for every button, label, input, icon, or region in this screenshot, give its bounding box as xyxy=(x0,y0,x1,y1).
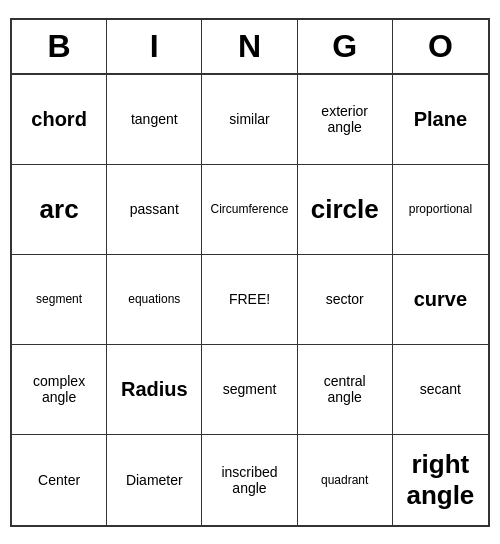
bingo-cell: exterior angle xyxy=(298,75,393,165)
bingo-cell: passant xyxy=(107,165,202,255)
bingo-cell: Center xyxy=(12,435,107,525)
header-letter: B xyxy=(12,20,107,73)
bingo-cell: sector xyxy=(298,255,393,345)
header-letter: G xyxy=(298,20,393,73)
bingo-cell: arc xyxy=(12,165,107,255)
bingo-cell: Plane xyxy=(393,75,488,165)
bingo-cell: circle xyxy=(298,165,393,255)
bingo-cell: complex angle xyxy=(12,345,107,435)
bingo-cell: tangent xyxy=(107,75,202,165)
bingo-grid: chordtangentsimilarexterior anglePlanear… xyxy=(12,75,488,525)
bingo-header: BINGO xyxy=(12,20,488,75)
bingo-cell: inscribed angle xyxy=(202,435,297,525)
bingo-cell: similar xyxy=(202,75,297,165)
bingo-cell: segment xyxy=(202,345,297,435)
bingo-cell: right angle xyxy=(393,435,488,525)
header-letter: O xyxy=(393,20,488,73)
header-letter: I xyxy=(107,20,202,73)
bingo-cell: central angle xyxy=(298,345,393,435)
bingo-cell: Circumference xyxy=(202,165,297,255)
bingo-card: BINGO chordtangentsimilarexterior angleP… xyxy=(10,18,490,527)
bingo-cell: chord xyxy=(12,75,107,165)
bingo-cell: curve xyxy=(393,255,488,345)
bingo-cell: Diameter xyxy=(107,435,202,525)
bingo-cell: proportional xyxy=(393,165,488,255)
bingo-cell: Radius xyxy=(107,345,202,435)
bingo-cell: quadrant xyxy=(298,435,393,525)
bingo-cell: secant xyxy=(393,345,488,435)
bingo-cell: FREE! xyxy=(202,255,297,345)
bingo-cell: equations xyxy=(107,255,202,345)
bingo-cell: segment xyxy=(12,255,107,345)
header-letter: N xyxy=(202,20,297,73)
